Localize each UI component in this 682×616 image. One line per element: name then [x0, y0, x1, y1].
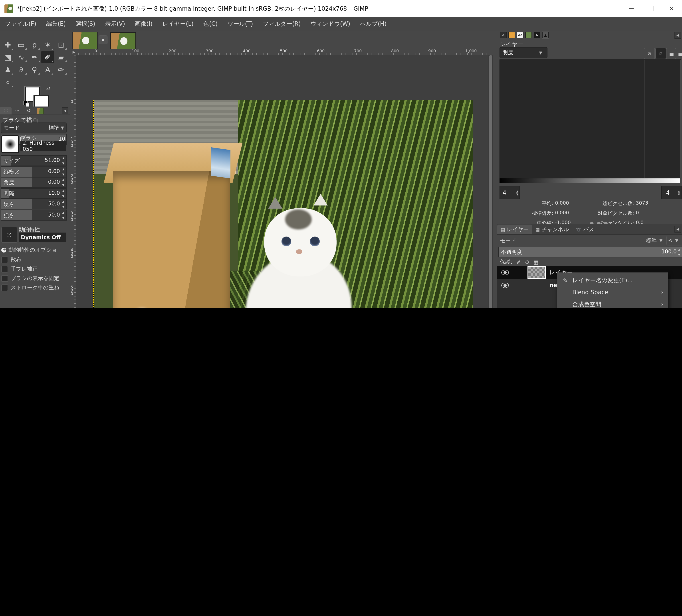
slider-縦横比[interactable]: 縦横比0.00▲▼ [1, 166, 67, 177]
dynamics-preview[interactable]: ⁙ [1, 227, 17, 243]
dock-tab-histogram-icon[interactable]: ▲ [542, 31, 549, 39]
slider-spinner[interactable]: ▲▼ [61, 179, 65, 186]
slider-サイズ[interactable]: サイズ51.00▲▼ [1, 155, 67, 166]
tool-zoom[interactable]: ⌕ [1, 76, 14, 88]
horizontal-ruler[interactable]: 01002003004005006007008009001,000 [78, 49, 493, 55]
layer-mode-select[interactable]: 標準 ▼ [646, 237, 665, 244]
tab-device-status[interactable]: ✑ [12, 107, 23, 115]
slider-spinner[interactable]: ▲▼ [61, 200, 65, 208]
layer-mode-reset-button[interactable]: ⟲ ▼ [666, 236, 682, 245]
brush-name-field[interactable]: 2. Hardness 050 [20, 141, 66, 151]
submenu-arrow-icon: › [661, 289, 663, 295]
layer-visibility-eye-icon[interactable] [501, 283, 509, 288]
slider-間隔[interactable]: 間隔10.0▲▼ [1, 188, 67, 198]
tab-layers[interactable]: ▤レイヤー [497, 224, 532, 234]
menu-フィルター(R)[interactable]: フィルター(R) [258, 17, 306, 31]
tool-rectangle-select[interactable]: ▭ [15, 39, 27, 51]
slider-spinner[interactable]: ▲▼ [61, 211, 65, 219]
ruler-v-label: 100 [71, 137, 74, 147]
maximize-button[interactable] [641, 0, 662, 17]
tool-free-select[interactable]: ρ [28, 39, 41, 51]
checkbox-手ブレ補正[interactable]: 手ブレ補正 [1, 265, 38, 273]
swap-colors-icon[interactable]: ⇄ [46, 86, 50, 91]
dock-tab-fonts-icon[interactable]: Aa [516, 31, 524, 39]
histogram-style-button-2[interactable]: ▄ [675, 48, 682, 59]
ruler-v-label: 200 [71, 174, 74, 184]
tab-channels[interactable]: ▦チャンネル [532, 224, 572, 234]
checkbox-散布[interactable]: 散布 [1, 256, 21, 264]
menu-画像(I)[interactable]: 画像(I) [130, 17, 157, 31]
histogram-log-button[interactable]: ⧄ [655, 48, 666, 59]
collapse-left-dock-icon[interactable]: ◀ [62, 108, 68, 114]
image-tab-close-icon[interactable]: ✕ [98, 35, 108, 44]
menuitem-rename-layer[interactable]: ✎レイヤー名の変更(E)... [557, 274, 668, 286]
image-tab-1[interactable] [72, 32, 98, 50]
brush-preview[interactable] [1, 135, 19, 153]
tab-paths[interactable]: ➰パス [572, 224, 598, 234]
tool-paintbrush[interactable]: ✐ [41, 51, 54, 63]
tool-ink[interactable]: ✒ [28, 51, 41, 63]
menu-編集(E)[interactable]: 編集(E) [41, 17, 71, 31]
slider-硬さ[interactable]: 硬さ50.0▲▼ [1, 199, 67, 210]
menu-選択(S)[interactable]: 選択(S) [71, 17, 100, 31]
checkbox-ブラシの表示を固定[interactable]: ブラシの表示を固定 [1, 275, 59, 282]
tool-clone[interactable]: ♟ [1, 64, 14, 75]
close-button[interactable]: ✕ [662, 0, 682, 17]
image-viewport[interactable] [76, 55, 488, 308]
tool-crop[interactable]: ⊡ [54, 39, 68, 51]
dock-tab-images-icon[interactable] [525, 31, 532, 39]
tab-image-thumbnail[interactable] [35, 107, 46, 115]
collapse-right-dock-icon[interactable]: ◀ [675, 32, 681, 39]
collapse-layers-dock-icon[interactable]: ◀ [675, 226, 681, 233]
dynamics-name-field[interactable]: Dynamics Off [19, 233, 66, 242]
menu-ウィンドウ(W)[interactable]: ウィンドウ(W) [306, 17, 355, 31]
lock-pixels-icon[interactable]: ✐ [516, 259, 521, 265]
dock-tab-patterns-icon[interactable] [508, 31, 516, 39]
tool-warp-transform[interactable]: ∿ [15, 51, 27, 63]
tool-move[interactable]: ✚ [1, 39, 14, 51]
lock-position-icon[interactable]: ✥ [525, 259, 529, 265]
slider-spinner[interactable]: ▲▼ [61, 189, 65, 197]
tool-paths[interactable]: ⚲ [28, 64, 41, 75]
ruler-unit-button[interactable]: ▶ [70, 49, 78, 55]
lock-alpha-icon[interactable]: ▦ [533, 259, 538, 265]
slider-spinner[interactable]: ▲▼ [61, 157, 65, 165]
minimize-button[interactable] [621, 0, 641, 17]
tool-text[interactable]: A [41, 64, 54, 75]
histogram-range-high[interactable]: 4 ▲▼ [661, 186, 682, 199]
slider-spinner[interactable]: ▲▼ [61, 168, 65, 175]
menuitem-blend-space[interactable]: Blend Space› [557, 286, 668, 298]
dock-tab-pointer-icon[interactable]: ➤ [533, 31, 541, 39]
menu-レイヤー(L)[interactable]: レイヤー(L) [157, 17, 199, 31]
menu-ヘルプ(H)[interactable]: ヘルプ(H) [355, 17, 392, 31]
tab-tool-options[interactable]: ⛶ [0, 107, 12, 115]
tool-fuzzy-select[interactable]: ✶ [41, 39, 54, 51]
tool-eraser[interactable]: ▰ [54, 51, 68, 63]
paint-mode-select[interactable]: モード 標準 ▼ [1, 122, 67, 133]
tool-unified-transform[interactable]: ⬔ [1, 51, 14, 63]
layer-thumbnail[interactable] [527, 266, 546, 279]
dynamics-options-expander[interactable]: 動的特性のオプショ [1, 246, 57, 254]
dock-tab-brushes-icon[interactable]: ✐ [500, 31, 507, 39]
tool-smudge[interactable]: ∂ [15, 64, 27, 75]
menu-ファイル(F)[interactable]: ファイル(F) [0, 17, 41, 31]
tab-undo-history[interactable]: ↺ [23, 107, 35, 115]
default-colors-icon[interactable] [23, 101, 29, 107]
stat-label: 標準偏差: [513, 210, 553, 217]
slider-角度[interactable]: 角度0.00▲▼ [1, 177, 67, 188]
histogram-range-low[interactable]: 4 ▲▼ [500, 186, 520, 199]
menu-表示(V)[interactable]: 表示(V) [100, 17, 130, 31]
menuitem-composite-space[interactable]: 合成色空間› [557, 298, 668, 308]
canvas-vertical-scrollbar[interactable] [488, 55, 493, 308]
histogram-linear-button[interactable]: ⧄ [644, 48, 655, 59]
slider-強さ[interactable]: 強さ50.0▲▼ [1, 210, 67, 220]
menu-ツール(T)[interactable]: ツール(T) [223, 17, 258, 31]
vertical-ruler[interactable]: 0100200300400500600700800900 [70, 55, 76, 308]
image-tab-2[interactable] [110, 32, 136, 51]
checkbox-ストローク中の重ね[interactable]: ストローク中の重ね [1, 284, 59, 291]
layer-visibility-eye-icon[interactable] [501, 269, 509, 275]
histogram-channel-select[interactable]: 明度 ▼ [500, 47, 547, 58]
tool-color-picker[interactable]: ✑ [54, 64, 68, 75]
layer-opacity-slider[interactable]: 不透明度 100.0 ▲▼ [498, 247, 682, 257]
menu-色(C)[interactable]: 色(C) [199, 17, 223, 31]
